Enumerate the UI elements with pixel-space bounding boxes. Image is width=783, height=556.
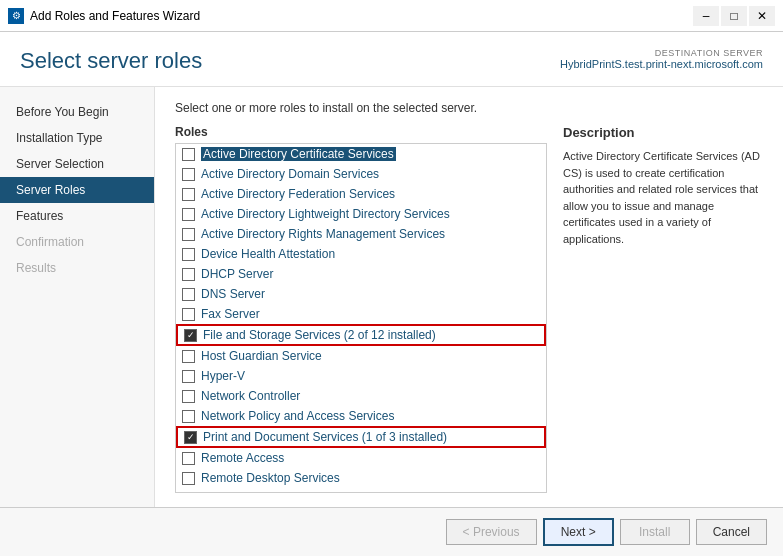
close-button[interactable]: ✕ (749, 6, 775, 26)
role-item-print-doc[interactable]: ✓Print and Document Services (1 of 3 ins… (176, 426, 546, 448)
role-checkbox-ad-light[interactable] (182, 208, 195, 221)
role-item-fax[interactable]: Fax Server (176, 304, 546, 324)
role-checkbox-dns[interactable] (182, 288, 195, 301)
role-checkbox-ad-rights[interactable] (182, 228, 195, 241)
role-item-ad-cert[interactable]: Active Directory Certificate Services (176, 144, 546, 164)
sidebar-item-installation-type[interactable]: Installation Type (0, 125, 154, 151)
role-checkbox-dhcp[interactable] (182, 268, 195, 281)
main-container: Select server roles DESTINATION SERVER H… (0, 32, 783, 556)
role-checkbox-ad-domain[interactable] (182, 168, 195, 181)
sidebar-item-confirmation: Confirmation (0, 229, 154, 255)
role-item-dns[interactable]: DNS Server (176, 284, 546, 304)
role-item-device-health[interactable]: Device Health Attestation (176, 244, 546, 264)
role-item-network-policy[interactable]: Network Policy and Access Services (176, 406, 546, 426)
role-item-dhcp[interactable]: DHCP Server (176, 264, 546, 284)
role-label-ad-fed: Active Directory Federation Services (201, 187, 395, 201)
roles-area: Roles Active Directory Certificate Servi… (175, 125, 763, 493)
sidebar-item-server-selection[interactable]: Server Selection (0, 151, 154, 177)
role-item-network-controller[interactable]: Network Controller (176, 386, 546, 406)
role-label-ad-rights: Active Directory Rights Management Servi… (201, 227, 445, 241)
role-checkbox-network-policy[interactable] (182, 410, 195, 423)
roles-label: Roles (175, 125, 547, 139)
description-panel: Description Active Directory Certificate… (563, 125, 763, 493)
server-label: DESTINATION SERVER (560, 48, 763, 58)
content-area: Before You BeginInstallation TypeServer … (0, 87, 783, 507)
role-item-host-guardian[interactable]: Host Guardian Service (176, 346, 546, 366)
sidebar-item-results: Results (0, 255, 154, 281)
app-icon: ⚙ (8, 8, 24, 24)
role-item-volume-activation[interactable]: Volume Activation Services (176, 488, 546, 493)
role-label-network-policy: Network Policy and Access Services (201, 409, 394, 423)
cancel-button[interactable]: Cancel (696, 519, 767, 545)
title-bar-text: Add Roles and Features Wizard (30, 9, 693, 23)
previous-button[interactable]: < Previous (446, 519, 537, 545)
role-item-ad-fed[interactable]: Active Directory Federation Services (176, 184, 546, 204)
role-checkbox-device-health[interactable] (182, 248, 195, 261)
role-item-hyper-v[interactable]: Hyper-V (176, 366, 546, 386)
header-section: Select server roles DESTINATION SERVER H… (0, 32, 783, 87)
role-label-ad-cert: Active Directory Certificate Services (201, 147, 396, 161)
role-item-remote-access[interactable]: Remote Access (176, 448, 546, 468)
description-body: Active Directory Certificate Services (A… (563, 150, 760, 245)
description-title: Description (563, 125, 763, 140)
sidebar-item-features[interactable]: Features (0, 203, 154, 229)
role-checkbox-volume-activation[interactable] (182, 492, 195, 494)
minimize-button[interactable]: – (693, 6, 719, 26)
role-checkbox-file-storage[interactable]: ✓ (184, 329, 197, 342)
role-checkbox-remote-desktop[interactable] (182, 472, 195, 485)
instruction-text: Select one or more roles to install on t… (175, 101, 763, 115)
role-label-network-controller: Network Controller (201, 389, 300, 403)
role-item-ad-light[interactable]: Active Directory Lightweight Directory S… (176, 204, 546, 224)
role-label-file-storage: File and Storage Services (2 of 12 insta… (203, 328, 436, 342)
roles-list[interactable]: Active Directory Certificate ServicesAct… (175, 143, 547, 493)
role-label-host-guardian: Host Guardian Service (201, 349, 322, 363)
title-bar: ⚙ Add Roles and Features Wizard – □ ✕ (0, 0, 783, 32)
role-label-fax: Fax Server (201, 307, 260, 321)
role-label-device-health: Device Health Attestation (201, 247, 335, 261)
role-item-ad-domain[interactable]: Active Directory Domain Services (176, 164, 546, 184)
sidebar: Before You BeginInstallation TypeServer … (0, 87, 155, 507)
window-controls: – □ ✕ (693, 6, 775, 26)
role-checkbox-remote-access[interactable] (182, 452, 195, 465)
next-button[interactable]: Next > (543, 518, 614, 546)
install-button[interactable]: Install (620, 519, 690, 545)
main-content: Select one or more roles to install on t… (155, 87, 783, 507)
role-checkbox-host-guardian[interactable] (182, 350, 195, 363)
role-label-print-doc: Print and Document Services (1 of 3 inst… (203, 430, 447, 444)
sidebar-item-server-roles[interactable]: Server Roles (0, 177, 154, 203)
role-label-hyper-v: Hyper-V (201, 369, 245, 383)
role-label-dns: DNS Server (201, 287, 265, 301)
role-checkbox-network-controller[interactable] (182, 390, 195, 403)
page-title: Select server roles (20, 48, 202, 74)
role-label-remote-access: Remote Access (201, 451, 284, 465)
role-label-ad-domain: Active Directory Domain Services (201, 167, 379, 181)
role-item-remote-desktop[interactable]: Remote Desktop Services (176, 468, 546, 488)
role-label-remote-desktop: Remote Desktop Services (201, 471, 340, 485)
role-checkbox-print-doc[interactable]: ✓ (184, 431, 197, 444)
server-info: DESTINATION SERVER HybridPrintS.test.pri… (560, 48, 763, 70)
role-label-volume-activation: Volume Activation Services (201, 491, 345, 493)
description-text: Active Directory Certificate Services (A… (563, 148, 763, 247)
role-label-ad-light: Active Directory Lightweight Directory S… (201, 207, 450, 221)
role-checkbox-ad-fed[interactable] (182, 188, 195, 201)
role-checkbox-fax[interactable] (182, 308, 195, 321)
maximize-button[interactable]: □ (721, 6, 747, 26)
footer: < Previous Next > Install Cancel (0, 507, 783, 556)
role-checkbox-hyper-v[interactable] (182, 370, 195, 383)
roles-list-container: Roles Active Directory Certificate Servi… (175, 125, 547, 493)
role-checkbox-ad-cert[interactable] (182, 148, 195, 161)
sidebar-item-before-you-begin[interactable]: Before You Begin (0, 99, 154, 125)
role-item-file-storage[interactable]: ✓File and Storage Services (2 of 12 inst… (176, 324, 546, 346)
role-label-dhcp: DHCP Server (201, 267, 273, 281)
server-name: HybridPrintS.test.print-next.microsoft.c… (560, 58, 763, 70)
role-item-ad-rights[interactable]: Active Directory Rights Management Servi… (176, 224, 546, 244)
